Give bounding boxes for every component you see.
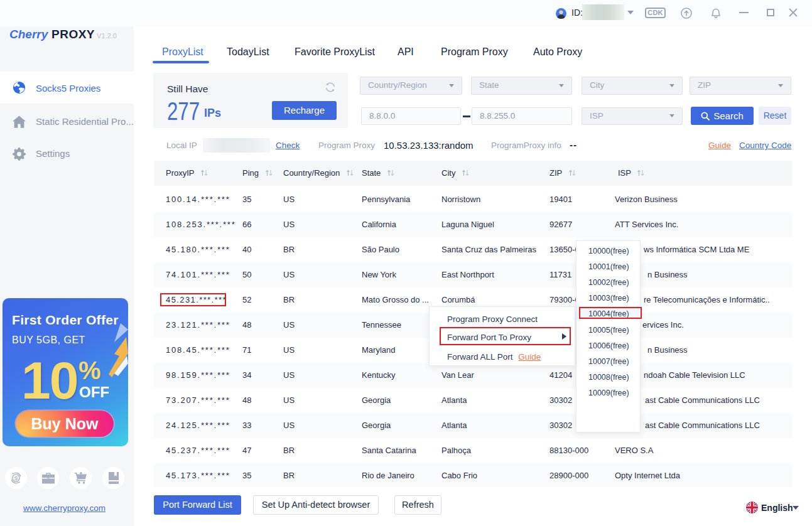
svg-text:S: S	[14, 475, 18, 481]
